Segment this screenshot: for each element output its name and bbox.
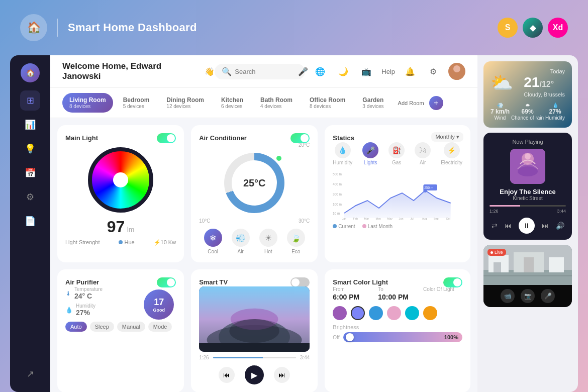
language-icon[interactable]: 🌐	[312, 63, 328, 79]
swatch-blue[interactable]	[369, 306, 383, 320]
room-tab-kitchen[interactable]: Kitchen 6 devices	[214, 93, 250, 113]
svg-point-25	[230, 319, 279, 343]
ac-mode-air[interactable]: 💨 Air	[232, 229, 250, 254]
brightness-bar[interactable]: 100%	[343, 332, 462, 342]
camera-controls: 📹 📷 🎤	[483, 285, 572, 307]
now-playing-label: Now Playing	[489, 139, 566, 145]
room-tab-office[interactable]: Office Room 8 devices	[303, 93, 352, 113]
swatch-pink[interactable]	[387, 306, 401, 320]
tv-progress-bar[interactable]	[213, 357, 296, 358]
top-divider	[57, 19, 58, 37]
swatch-orange[interactable]	[423, 306, 437, 320]
air-purifier-toggle[interactable]	[157, 277, 176, 287]
music-album-art	[510, 149, 545, 184]
from-time-value: 6:00 PM	[333, 293, 372, 301]
ac-air-label: Air	[238, 249, 244, 254]
sidebar-item-calendar[interactable]: 📅	[20, 163, 40, 183]
svg-text:May: May	[387, 217, 393, 220]
add-room-button[interactable]: +	[429, 96, 443, 110]
cam-mic-button[interactable]: 🎤	[541, 289, 555, 303]
stats-filter[interactable]: Monthly ▾	[431, 132, 463, 142]
sidebar-item-settings[interactable]: ⚙	[20, 187, 40, 207]
light-strength-label: Light Strenght	[65, 239, 100, 246]
svg-text:Feb: Feb	[353, 217, 358, 220]
stat-humidity[interactable]: 💧 Humidity	[333, 142, 352, 165]
sidebar-item-logout[interactable]: ↗	[20, 364, 40, 384]
room-tab-living[interactable]: Living Room 8 devices	[62, 93, 113, 113]
mode-auto[interactable]: Auto	[65, 322, 87, 332]
music-prev-button[interactable]: ⏮	[505, 222, 512, 230]
tv-next-button[interactable]: ⏭	[274, 367, 290, 383]
ac-mode-hot[interactable]: ☀ Hot	[259, 229, 277, 254]
header-actions: 🔍 🎤 🌐 🌙 📺 Help 🔔 ⚙	[215, 63, 465, 80]
sketch-icon[interactable]: S	[498, 18, 518, 38]
light-unit: lm	[127, 226, 135, 234]
cam-photo-button[interactable]: 📷	[521, 289, 535, 303]
xd-icon[interactable]: Xd	[548, 18, 568, 38]
mode-mode[interactable]: Mode	[148, 322, 172, 332]
room-tab-bedroom[interactable]: Bedroom 5 devices	[116, 93, 157, 113]
purifier-modes: Auto Sleep Manual Mode	[65, 322, 176, 332]
swatch-purple[interactable]	[333, 306, 347, 320]
to-time-block: To 10:00 PM	[378, 286, 417, 301]
mode-manual[interactable]: Manual	[117, 322, 145, 332]
moon-icon[interactable]: 🌙	[335, 63, 351, 79]
search-box[interactable]: 🔍 🎤	[215, 64, 305, 79]
ac-toggle[interactable]	[290, 133, 310, 143]
ac-mode-eco[interactable]: 🍃 Eco	[287, 229, 305, 254]
svg-rect-39	[524, 257, 534, 272]
room-tab-garden[interactable]: Garden 3 devices	[355, 93, 390, 113]
weather-wind: 💨 7 km/h Wind	[491, 103, 510, 121]
tv-prev-button[interactable]: ⏮	[219, 367, 235, 383]
dashboard: Welcome Home, Edward Janowski 👋 🔍 🎤 🌐 🌙 …	[50, 55, 477, 392]
music-next-button[interactable]: ⏭	[542, 222, 549, 230]
room-tab-garden-label: Garden	[362, 96, 383, 104]
sidebar-item-dashboard[interactable]: ⊞	[20, 90, 40, 111]
tv-play-button[interactable]: ▶	[245, 365, 264, 384]
main-light-toggle[interactable]	[157, 133, 176, 143]
smart-tv-toggle[interactable]	[290, 277, 310, 287]
mode-sleep[interactable]: Sleep	[90, 322, 114, 332]
air-purifier-title: Air Purifier	[65, 278, 99, 286]
ac-temp-ring[interactable]: 25°C	[224, 153, 284, 213]
swatch-cyan[interactable]	[405, 306, 419, 320]
music-progress-bar[interactable]	[489, 205, 566, 207]
sidebar-item-devices[interactable]: 💡	[20, 139, 40, 159]
color-light-toggle[interactable]	[443, 277, 462, 287]
user-avatar[interactable]	[448, 63, 465, 80]
camera-card: Live 📹 📷 🎤	[483, 245, 572, 307]
swatch-indigo[interactable]	[351, 306, 365, 320]
stat-lights[interactable]: 🎤 Lights	[362, 142, 378, 165]
music-times: 1:26 3:44	[489, 209, 566, 214]
stat-air[interactable]: 🌬 Air	[415, 142, 431, 165]
svg-text:Sep: Sep	[434, 217, 439, 220]
music-total-time: 3:44	[557, 209, 566, 214]
sidebar-item-docs[interactable]: 📄	[20, 211, 40, 231]
music-volume-button[interactable]: 🔊	[556, 222, 564, 230]
notification-icon[interactable]: 🔔	[402, 63, 418, 79]
sidebar-avatar: 🏠	[21, 63, 40, 82]
chart-legend: Current Last Month	[333, 224, 462, 229]
figma-icon[interactable]: ◆	[523, 18, 543, 38]
music-shuffle-button[interactable]: ⇄	[492, 222, 498, 230]
svg-point-30	[518, 166, 538, 176]
stats-chart: 500 m 400 m 300 m 100 m 10 m 250 m	[333, 170, 462, 221]
air-purifier-card: Air Purifier 🌡 Temperature 24° C 💧	[57, 269, 184, 392]
app-title: Smart Home Dashboard	[68, 21, 197, 34]
svg-point-1	[451, 74, 463, 80]
room-tab-bath[interactable]: Bath Room 4 devices	[253, 93, 300, 113]
cam-video-button[interactable]: 📹	[501, 289, 515, 303]
color-wheel[interactable]	[88, 147, 153, 213]
svg-text:Jul: Jul	[411, 217, 414, 220]
sidebar-item-chart[interactable]: 📊	[20, 115, 40, 135]
main-light-title: Main Light	[65, 134, 98, 142]
tv-icon[interactable]: 📺	[358, 63, 374, 79]
settings-icon[interactable]: ⚙	[425, 63, 441, 79]
room-tab-dining[interactable]: Dining Room 12 devices	[159, 93, 211, 113]
ac-mode-cool[interactable]: ❄ Cool	[204, 229, 222, 254]
stat-electricity[interactable]: ⚡ Electricity	[441, 142, 462, 165]
aqi-circle: 17 Good	[144, 289, 174, 320]
stat-gas[interactable]: ⛽ Gas	[388, 142, 405, 165]
music-pause-button[interactable]: ⏸	[519, 218, 535, 234]
search-input[interactable]	[235, 68, 295, 75]
